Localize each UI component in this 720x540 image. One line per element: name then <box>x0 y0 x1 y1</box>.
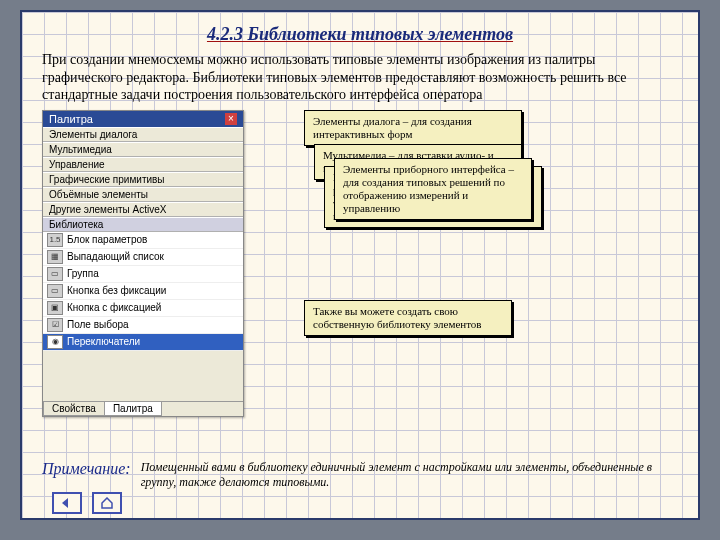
item-icon: ◉ <box>47 335 63 349</box>
callout-dialog: Элементы диалога – для создания интеракт… <box>304 110 522 146</box>
home-icon <box>100 497 114 509</box>
palette-titlebar: Палитра × <box>43 111 243 127</box>
callout-ownlib: Также вы можете создать свою собственную… <box>304 300 512 336</box>
home-button[interactable] <box>92 492 122 514</box>
list-item[interactable]: ▣Кнопка с фиксацией <box>43 300 243 317</box>
palette-title: Палитра <box>49 113 93 125</box>
palette-tabs: Свойства Палитра <box>43 401 243 416</box>
back-button[interactable] <box>52 492 82 514</box>
category-item[interactable]: Другие элементы ActiveX <box>43 202 243 217</box>
item-icon: 1.5 <box>47 233 63 247</box>
note-text: Помещенный вами в библиотеку единичный э… <box>141 460 678 490</box>
list-item[interactable]: ▦Выпадающий список <box>43 249 243 266</box>
category-item[interactable]: Графические примитивы <box>43 172 243 187</box>
category-item[interactable]: Библиотека <box>43 217 243 232</box>
category-item[interactable]: Объёмные элементы <box>43 187 243 202</box>
palette-panel: Палитра × Элементы диалога Мультимедиа У… <box>42 110 244 417</box>
list-item[interactable]: ☑Поле выбора <box>43 317 243 334</box>
nav-buttons <box>52 492 122 514</box>
list-item[interactable]: ▭Группа <box>43 266 243 283</box>
note-label: Примечание: <box>42 460 131 478</box>
item-icon: ☑ <box>47 318 63 332</box>
body: Палитра × Элементы диалога Мультимедиа У… <box>42 110 678 417</box>
category-item[interactable]: Управление <box>43 157 243 172</box>
category-item[interactable]: Мультимедиа <box>43 142 243 157</box>
category-item[interactable]: Элементы диалога <box>43 127 243 142</box>
arrow-left-icon <box>60 497 74 509</box>
callouts-area: Элементы диалога – для создания интеракт… <box>264 110 678 417</box>
callout-instruments: Элементы приборного интерфейса – для соз… <box>334 158 532 221</box>
list-item[interactable]: ◉Переключатели <box>43 334 243 351</box>
item-icon: ▭ <box>47 284 63 298</box>
close-icon[interactable]: × <box>225 113 237 125</box>
tab-palette[interactable]: Палитра <box>104 402 162 416</box>
item-icon: ▭ <box>47 267 63 281</box>
item-icon: ▣ <box>47 301 63 315</box>
panel-spacer <box>43 351 243 401</box>
tab-properties[interactable]: Свойства <box>43 402 105 416</box>
list-item[interactable]: 1.5Блок параметров <box>43 232 243 249</box>
list-item[interactable]: ▭Кнопка без фиксации <box>43 283 243 300</box>
note-row: Примечание: Помещенный вами в библиотеку… <box>42 460 678 490</box>
item-icon: ▦ <box>47 250 63 264</box>
category-list: Элементы диалога Мультимедиа Управление … <box>43 127 243 232</box>
intro-text: При создании мнемосхемы можно использова… <box>42 51 678 104</box>
page-title: 4.2.3 Библиотеки типовых элементов <box>42 24 678 45</box>
item-list: 1.5Блок параметров ▦Выпадающий список ▭Г… <box>43 232 243 351</box>
page: 4.2.3 Библиотеки типовых элементов При с… <box>20 10 700 520</box>
